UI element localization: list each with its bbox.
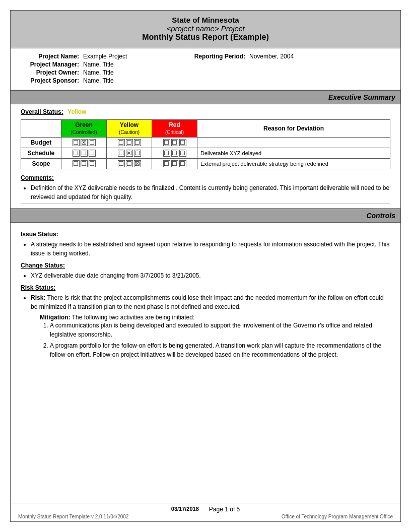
scope-yellow-cb3 bbox=[134, 160, 141, 167]
scope-red-checks bbox=[152, 159, 197, 169]
table-row-scope: Scope bbox=[21, 159, 390, 169]
mitigation-item-2: A program portfolio for the follow-on ef… bbox=[50, 341, 390, 359]
schedule-green-checks bbox=[61, 148, 107, 159]
footer-office-info: Office of Technology Program Management … bbox=[282, 514, 393, 519]
footer-top: 03/17/2018 Page 1 of 5 bbox=[18, 506, 393, 513]
schedule-label: Schedule bbox=[21, 148, 61, 159]
budget-yellow-cb3 bbox=[134, 139, 141, 146]
project-info: Project Name: Example Project Reporting … bbox=[11, 48, 400, 90]
budget-red-cb3 bbox=[179, 139, 186, 146]
executive-summary-header: Executive Summary bbox=[11, 90, 400, 104]
mitigation-item-1: A communications plan is being developed… bbox=[50, 321, 390, 339]
change-list: XYZ deliverable due date changing from 3… bbox=[31, 271, 390, 280]
issue-item-1: A strategy needs to be established and a… bbox=[31, 240, 390, 258]
header-section: State of Minnesota <project name> Projec… bbox=[11, 11, 400, 48]
overall-status-value: Yellow bbox=[67, 108, 86, 115]
budget-red-group bbox=[163, 139, 186, 146]
schedule-yellow-cb2 bbox=[126, 150, 133, 157]
status-table: Green(Controlled) Yellow(Caution) Red(Cr… bbox=[21, 119, 390, 169]
schedule-yellow-checks bbox=[107, 148, 152, 159]
scope-yellow-group bbox=[118, 160, 141, 167]
schedule-green-cb2 bbox=[81, 150, 88, 157]
budget-red-cb2 bbox=[171, 139, 178, 146]
footer-template-info: Monthly Status Report Template v 2.0 11/… bbox=[18, 514, 128, 519]
footer-date: 03/17/2018 bbox=[171, 506, 199, 513]
change-item-1: XYZ deliverable due date changing from 3… bbox=[31, 271, 390, 280]
schedule-yellow-cb1 bbox=[118, 150, 125, 157]
issue-list: A strategy needs to be established and a… bbox=[31, 240, 390, 258]
table-row-schedule: Schedule bbox=[21, 148, 390, 159]
header-title2: <project name> Project bbox=[21, 24, 390, 33]
red-header: Red(Critical) bbox=[152, 120, 197, 138]
scope-red-cb3 bbox=[179, 160, 186, 167]
comments-label: Comments: bbox=[21, 174, 390, 181]
risk-status-label: Risk Status: bbox=[21, 284, 390, 291]
overall-status-label: Overall Status: bbox=[21, 108, 63, 115]
reporting-period-value: November, 2004 bbox=[247, 52, 390, 60]
scope-green-cb1 bbox=[73, 160, 80, 167]
schedule-red-cb1 bbox=[163, 150, 170, 157]
comments-list: Definition of the XYZ deliverable needs … bbox=[31, 183, 390, 202]
budget-yellow-cb2 bbox=[126, 139, 133, 146]
budget-label: Budget bbox=[21, 138, 61, 148]
footer-page-info: Page 1 of 5 bbox=[209, 506, 240, 513]
project-manager-label: Project Manager: bbox=[21, 60, 81, 69]
project-name-label: Project Name: bbox=[21, 52, 81, 60]
page: State of Minnesota <project name> Projec… bbox=[10, 10, 401, 522]
budget-reason bbox=[197, 138, 390, 148]
scope-green-checks bbox=[61, 159, 107, 169]
budget-green-group bbox=[73, 139, 96, 146]
schedule-reason: Deliverable XYZ delayed bbox=[197, 148, 390, 159]
mitigation-text: The following two activities are being i… bbox=[71, 314, 195, 321]
risk-list: Risk: There is risk that the project acc… bbox=[31, 293, 390, 311]
scope-label: Scope bbox=[21, 159, 61, 169]
scope-reason: External project deliverable strategy be… bbox=[197, 159, 390, 169]
risk-text: There is risk that the project accomplis… bbox=[31, 294, 384, 310]
budget-yellow-cb1 bbox=[118, 139, 125, 146]
budget-red-cb1 bbox=[163, 139, 170, 146]
footer: 03/17/2018 Page 1 of 5 Monthly Status Re… bbox=[11, 503, 400, 521]
mitigation-block: Mitigation: The following two activities… bbox=[40, 314, 390, 359]
project-sponsor-label: Project Sponsor: bbox=[21, 77, 81, 85]
project-name-value: Example Project bbox=[81, 52, 172, 60]
budget-red-checks bbox=[152, 138, 197, 148]
scope-red-cb2 bbox=[171, 160, 178, 167]
schedule-green-group bbox=[73, 150, 96, 157]
controls-area: Issue Status: A strategy needs to be est… bbox=[11, 223, 400, 365]
project-sponsor-value: Name, Title bbox=[81, 77, 172, 85]
budget-green-cb1 bbox=[73, 139, 80, 146]
risk-item: Risk: There is risk that the project acc… bbox=[31, 293, 390, 311]
budget-green-cb2 bbox=[81, 139, 88, 146]
scope-green-cb2 bbox=[81, 160, 88, 167]
schedule-red-cb2 bbox=[171, 150, 178, 157]
empty-header bbox=[21, 120, 61, 138]
change-status-label: Change Status: bbox=[21, 262, 390, 269]
green-header: Green(Controlled) bbox=[61, 120, 107, 138]
overall-status-row: Overall Status: Yellow bbox=[21, 108, 390, 115]
reason-header: Reason for Deviation bbox=[197, 120, 390, 138]
controls-header: Controls bbox=[11, 209, 400, 223]
scope-yellow-cb1 bbox=[118, 160, 125, 167]
table-row-budget: Budget bbox=[21, 138, 390, 148]
reporting-period-label: Reporting Period: bbox=[182, 52, 247, 60]
scope-yellow-checks bbox=[107, 159, 152, 169]
schedule-red-cb3 bbox=[179, 150, 186, 157]
mitigation-list: A communications plan is being developed… bbox=[50, 321, 390, 359]
scope-green-group bbox=[73, 160, 96, 167]
schedule-red-group bbox=[163, 150, 186, 157]
budget-green-cb3 bbox=[89, 139, 96, 146]
header-title1: State of Minnesota bbox=[21, 16, 390, 24]
mitigation-bold: Mitigation: bbox=[40, 314, 71, 321]
scope-green-cb3 bbox=[89, 160, 96, 167]
schedule-green-cb3 bbox=[89, 150, 96, 157]
project-owner-value: Name, Title bbox=[81, 69, 172, 77]
issue-status-label: Issue Status: bbox=[21, 231, 390, 238]
budget-yellow-checks bbox=[107, 138, 152, 148]
schedule-yellow-group bbox=[118, 150, 141, 157]
executive-summary-area: Overall Status: Yellow Green(Controlled)… bbox=[11, 104, 400, 209]
header-title3: Monthly Status Report (Example) bbox=[21, 33, 390, 42]
schedule-red-checks bbox=[152, 148, 197, 159]
footer-bottom: Monthly Status Report Template v 2.0 11/… bbox=[18, 514, 393, 519]
budget-green-checks bbox=[61, 138, 107, 148]
scope-red-cb1 bbox=[163, 160, 170, 167]
